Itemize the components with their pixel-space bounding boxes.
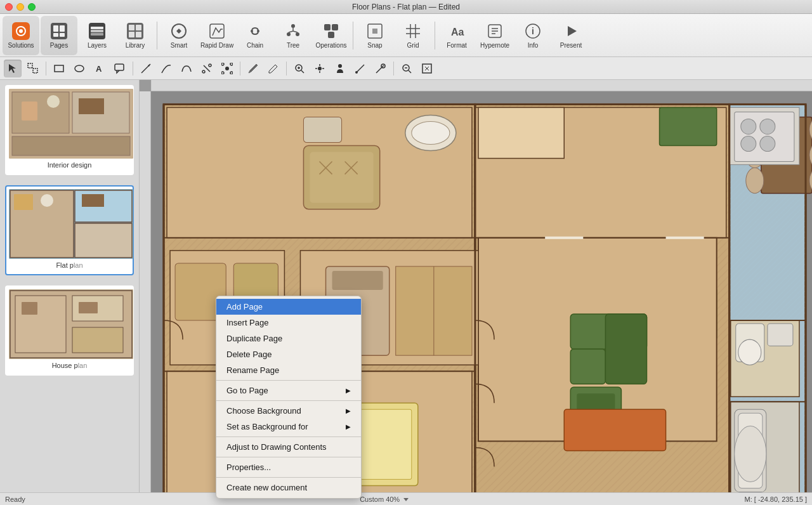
menu-item-duplicate-page[interactable]: Duplicate Page (216, 331, 361, 346)
svg-rect-171 (545, 237, 583, 239)
toolbar-item-library[interactable]: Library (117, 16, 154, 55)
toolbar-item-pages[interactable]: Pages (41, 16, 77, 55)
svg-point-23 (296, 32, 299, 36)
page-thumb-1[interactable]: Interior design (5, 85, 134, 175)
canvas-area[interactable]: Add Page Insert Page Duplicate Page Dele… (140, 80, 812, 505)
pencil-tool[interactable] (244, 60, 262, 77)
menu-item-delete-page[interactable]: Delete Page (216, 346, 361, 362)
menu-separator-5 (216, 477, 361, 478)
solutions-label: Solutions (8, 42, 34, 49)
present-label: Present (560, 42, 582, 49)
titlebar: Floor Plans - Flat plan — Edited (0, 0, 812, 14)
svg-point-64 (318, 67, 322, 70)
svg-rect-29 (328, 32, 334, 38)
svg-marker-172 (403, 498, 409, 501)
menu-item-properties[interactable]: Properties... (216, 459, 361, 475)
callout-tool[interactable] (111, 60, 129, 77)
node-tool[interactable] (218, 60, 236, 77)
svg-point-2 (19, 29, 23, 33)
toolbar-item-snap[interactable]: Snap (357, 16, 393, 55)
person-tool[interactable] (331, 60, 349, 77)
toolbar-item-format[interactable]: Aa Format (438, 16, 475, 55)
toolbar-item-grid[interactable]: Grid (395, 16, 431, 55)
zoom-level[interactable]: Custom 40% (360, 495, 400, 503)
menu-item-rename-page[interactable]: Rename Page (216, 362, 361, 378)
library-label: Library (126, 42, 145, 49)
page-label-2: Flat plan (9, 261, 130, 272)
svg-point-130 (760, 136, 775, 152)
page-thumb-3[interactable]: House plan (5, 285, 134, 376)
toolbar-item-rapid-draw[interactable]: Rapid Draw (199, 16, 235, 55)
svg-rect-27 (324, 24, 331, 30)
toolbar-item-tree[interactable]: Tree (275, 16, 311, 55)
tool-divider-1 (46, 62, 46, 75)
toolbar-item-operations[interactable]: Operations (313, 16, 350, 55)
tool-divider-3 (240, 62, 240, 75)
toolbar-item-solutions[interactable]: Solutions (3, 16, 39, 55)
toolbar-item-info[interactable]: i Info (514, 16, 551, 55)
menu-item-go-to-page[interactable]: Go to Page ▶ (216, 383, 361, 398)
toolbar-item-hypernote[interactable]: Hypernote (476, 16, 513, 55)
submenu-arrow-goto: ▶ (346, 387, 351, 394)
svg-point-19 (251, 30, 253, 32)
zoom-in-tool[interactable] (291, 60, 308, 77)
present-icon (562, 22, 580, 40)
pan-tool[interactable] (311, 60, 329, 77)
rectangle-tool[interactable] (50, 60, 68, 77)
toolbar-item-chain[interactable]: Chain (237, 16, 273, 55)
svg-rect-117 (478, 107, 564, 158)
minimize-button[interactable] (16, 3, 24, 11)
line-tool[interactable] (137, 60, 155, 77)
svg-point-56 (221, 63, 224, 65)
menu-item-adjust-drawing[interactable]: Adjust to Drawing Contents (216, 439, 361, 455)
rapid-draw-label: Rapid Draw (200, 42, 233, 49)
toolbar-divider-1 (157, 22, 157, 49)
svg-rect-18 (210, 24, 224, 38)
pages-sidebar: Interior design Flat plan (0, 80, 140, 505)
menu-separator-3 (216, 436, 361, 437)
brush-tool[interactable] (265, 60, 282, 77)
menu-item-add-page[interactable]: Add Page (216, 299, 361, 315)
snap-label: Snap (367, 42, 382, 49)
toolbar-item-present[interactable]: Present (553, 16, 589, 55)
svg-point-54 (209, 64, 211, 67)
svg-point-127 (741, 119, 756, 134)
hypernote-icon (486, 22, 504, 40)
multiselect-tool[interactable] (24, 60, 42, 77)
fit-tool[interactable] (418, 60, 436, 77)
svg-rect-45 (33, 69, 37, 73)
page-thumb-2[interactable]: Flat plan (5, 185, 134, 275)
context-menu: Add Page Insert Page Duplicate Page Dele… (216, 296, 362, 499)
toolbar-item-smart[interactable]: Smart (160, 16, 197, 55)
zoom-out-tool[interactable] (398, 60, 416, 77)
smart-label: Smart (171, 42, 188, 49)
svg-point-121 (746, 168, 764, 193)
menu-item-create-new-doc[interactable]: Create new document (216, 480, 361, 495)
select-tool[interactable] (4, 60, 22, 77)
svg-rect-14 (136, 25, 141, 30)
pen-tool[interactable] (157, 60, 175, 77)
svg-rect-131 (660, 107, 717, 145)
ellipse-tool[interactable] (70, 60, 88, 77)
svg-rect-44 (28, 63, 32, 68)
drawing-tool[interactable] (351, 60, 369, 77)
maximize-button[interactable] (28, 3, 36, 11)
close-button[interactable] (5, 3, 13, 11)
cut-tool[interactable] (198, 60, 216, 77)
zoom-dropdown-icon[interactable] (402, 495, 410, 503)
bezier-tool[interactable] (178, 60, 195, 77)
svg-point-66 (355, 71, 358, 74)
page-label-1: Interior design (9, 161, 130, 171)
menu-separator-1 (216, 380, 361, 381)
svg-line-61 (301, 70, 304, 73)
text-tool[interactable]: A (91, 60, 108, 77)
menu-item-choose-background[interactable]: Choose Background ▶ (216, 403, 361, 419)
svg-rect-80 (47, 95, 60, 108)
svg-rect-16 (136, 32, 141, 37)
menu-item-insert-page[interactable]: Insert Page (216, 315, 361, 331)
toolbar-item-layers[interactable]: Layers (79, 16, 115, 55)
menu-item-set-as-background[interactable]: Set as Background for ▶ (216, 419, 361, 435)
chain-icon (246, 22, 264, 40)
eyedropper-tool[interactable] (372, 60, 390, 77)
svg-point-55 (225, 67, 229, 70)
